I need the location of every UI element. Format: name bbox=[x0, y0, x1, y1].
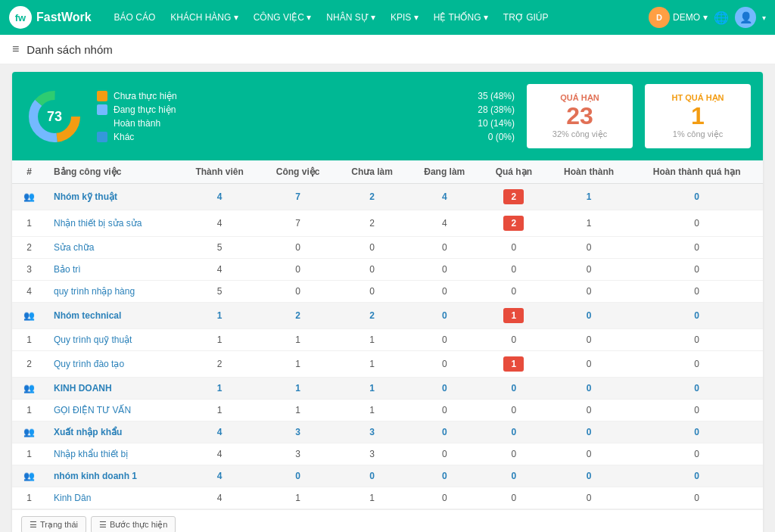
group-cell-8: 0 bbox=[630, 465, 763, 487]
row-cell-0: 3 bbox=[12, 259, 46, 281]
nav-item-trợ-giúp[interactable]: TRỢ GIÚP bbox=[496, 0, 556, 35]
row-cell-2: 5 bbox=[179, 281, 260, 303]
group-cell-6: 1 bbox=[481, 303, 547, 329]
demo-avatar: D bbox=[649, 7, 670, 28]
nav-item-công-việc[interactable]: CÔNG VIỆC ▾ bbox=[246, 0, 319, 35]
row-cell-1[interactable]: GỌI ĐIỆN TƯ VẤN bbox=[46, 400, 179, 422]
group-name[interactable]: nhóm kinh doanh 1 bbox=[54, 471, 137, 481]
footer-tab[interactable]: ☰ Bước thực hiện bbox=[91, 516, 176, 532]
table-row: 1Nhận thiết bị sửa sửa4724210 bbox=[12, 210, 763, 237]
subheader: ≡ Danh sách nhóm bbox=[0, 35, 775, 64]
stat-card-overdue-sub: 32% công việc bbox=[545, 129, 615, 139]
row-cell-8: 0 bbox=[630, 487, 763, 509]
row-cell-1[interactable]: quy trình nhập hàng bbox=[46, 281, 179, 303]
group-cell-1[interactable]: KINH DOANH bbox=[46, 378, 179, 400]
group-cell-3: 3 bbox=[260, 422, 336, 443]
table-row: 3Bảo trì4000000 bbox=[12, 259, 763, 281]
task-name-link[interactable]: Bảo trì bbox=[54, 264, 81, 275]
task-name-link[interactable]: Nhập khẩu thiết bị bbox=[54, 449, 128, 459]
group-icon: 👥 bbox=[23, 427, 35, 437]
group-cell-7: 0 bbox=[547, 303, 631, 329]
hamburger-icon[interactable]: ≡ bbox=[12, 42, 19, 56]
group-cell-1[interactable]: Xuất nhập khẩu bbox=[46, 422, 179, 443]
user-avatar[interactable]: 👤 bbox=[735, 7, 756, 28]
footer-tabs: ☰ Trạng thái☰ Bước thực hiện bbox=[12, 509, 763, 532]
nav-item-nhân-sự[interactable]: NHÂN SỰ ▾ bbox=[319, 0, 383, 35]
group-cell-2: 4 bbox=[179, 184, 260, 210]
task-name-link[interactable]: Quy trình quỹ thuật bbox=[54, 334, 132, 345]
row-cell-3: 0 bbox=[260, 237, 336, 259]
row-cell-1[interactable]: Nhập khẩu thiết bị bbox=[46, 443, 179, 465]
row-cell-3: 3 bbox=[260, 443, 336, 465]
nav-item-hệ-thống[interactable]: HỆ THỐNG ▾ bbox=[426, 0, 496, 35]
group-icon: 👥 bbox=[23, 471, 35, 481]
row-cell-0: 1 bbox=[12, 400, 46, 422]
nav-item-kpis[interactable]: KPIS ▾ bbox=[383, 0, 426, 35]
row-cell-4: 3 bbox=[336, 443, 409, 465]
group-name[interactable]: Xuất nhập khẩu bbox=[54, 427, 122, 437]
stat-card-done-overdue-number: 1 bbox=[663, 103, 733, 129]
group-cell-1[interactable]: Nhóm technical bbox=[46, 303, 179, 329]
group-name[interactable]: Nhóm kỹ thuật bbox=[54, 191, 117, 202]
task-name-link[interactable]: Quy trình đào tạo bbox=[54, 359, 124, 369]
group-cell-0: 👥 bbox=[12, 184, 46, 210]
row-cell-1[interactable]: Nhận thiết bị sửa sửa bbox=[46, 210, 179, 237]
stat-card-done-overdue-sub: 1% công việc bbox=[663, 129, 733, 139]
stats-bar: 73 Chưa thực hiện 35 (48%) Đang thực hiệ… bbox=[12, 72, 763, 160]
task-name-link[interactable]: Sửa chữa bbox=[54, 242, 94, 253]
group-cell-6: 0 bbox=[481, 378, 547, 400]
overdue-badge: 2 bbox=[503, 189, 524, 204]
row-cell-5: 0 bbox=[409, 487, 481, 509]
col-header-5: Đang làm bbox=[409, 160, 481, 184]
globe-icon[interactable]: 🌐 bbox=[714, 11, 729, 25]
col-header-8: Hoàn thành quá hạn bbox=[630, 160, 763, 184]
row-cell-6: 2 bbox=[481, 210, 547, 237]
group-name[interactable]: KINH DOANH bbox=[54, 383, 112, 394]
row-cell-4: 1 bbox=[336, 351, 409, 378]
row-cell-6: 0 bbox=[481, 329, 547, 351]
demo-arrow: ▾ bbox=[703, 12, 708, 23]
row-cell-1[interactable]: Bảo trì bbox=[46, 259, 179, 281]
group-cell-2: 4 bbox=[179, 422, 260, 443]
demo-menu[interactable]: D DEMO ▾ bbox=[649, 7, 708, 28]
nav-item-báo-cáo[interactable]: BÁO CÁO bbox=[107, 0, 163, 35]
logo[interactable]: fw FastWork bbox=[9, 6, 92, 29]
row-cell-6: 0 bbox=[481, 237, 547, 259]
group-name[interactable]: Nhóm technical bbox=[54, 310, 121, 321]
group-cell-1[interactable]: Nhóm kỹ thuật bbox=[46, 184, 179, 210]
nav-arrow[interactable]: ▾ bbox=[762, 14, 766, 22]
row-cell-7: 0 bbox=[547, 400, 631, 422]
row-cell-5: 0 bbox=[409, 400, 481, 422]
row-cell-0: 1 bbox=[12, 329, 46, 351]
nav-item-khách-hàng[interactable]: KHÁCH HÀNG ▾ bbox=[163, 0, 245, 35]
task-name-link[interactable]: Nhận thiết bị sửa sửa bbox=[54, 218, 142, 229]
row-cell-7: 0 bbox=[547, 487, 631, 509]
row-cell-8: 0 bbox=[630, 237, 763, 259]
row-cell-1[interactable]: Kinh Dân bbox=[46, 487, 179, 509]
stat-card-done-overdue: HT QUÁ HẠN 1 1% công việc bbox=[645, 84, 751, 148]
task-name-link[interactable]: GỌI ĐIỆN TƯ VẤN bbox=[54, 405, 131, 415]
row-cell-1[interactable]: Quy trình quỹ thuật bbox=[46, 329, 179, 351]
legend-item: Chưa thực hiện 35 (48%) bbox=[97, 91, 515, 101]
footer-tab[interactable]: ☰ Trạng thái bbox=[21, 516, 86, 532]
row-cell-5: 4 bbox=[409, 210, 481, 237]
legend-color-swatch bbox=[97, 118, 107, 129]
table-row: 1Quy trình quỹ thuật1110000 bbox=[12, 329, 763, 351]
row-cell-7: 1 bbox=[547, 210, 631, 237]
row-cell-8: 0 bbox=[630, 281, 763, 303]
legend-count: 0 (0%) bbox=[469, 132, 515, 142]
group-cell-8: 0 bbox=[630, 184, 763, 210]
table-group-row: 👥Nhóm kỹ thuật4724210 bbox=[12, 184, 763, 210]
legend-label: Hoàn thành bbox=[114, 118, 463, 129]
task-name-link[interactable]: Kinh Dân bbox=[54, 493, 91, 503]
group-cell-5: 0 bbox=[409, 422, 481, 443]
group-cell-1[interactable]: nhóm kinh doanh 1 bbox=[46, 465, 179, 487]
row-cell-0: 1 bbox=[12, 443, 46, 465]
group-cell-3: 1 bbox=[260, 378, 336, 400]
group-cell-8: 0 bbox=[630, 303, 763, 329]
task-name-link[interactable]: quy trình nhập hàng bbox=[54, 286, 135, 297]
stat-card-overdue: QUÁ HẠN 23 32% công việc bbox=[527, 84, 633, 148]
row-cell-3: 1 bbox=[260, 351, 336, 378]
row-cell-1[interactable]: Sửa chữa bbox=[46, 237, 179, 259]
row-cell-1[interactable]: Quy trình đào tạo bbox=[46, 351, 179, 378]
